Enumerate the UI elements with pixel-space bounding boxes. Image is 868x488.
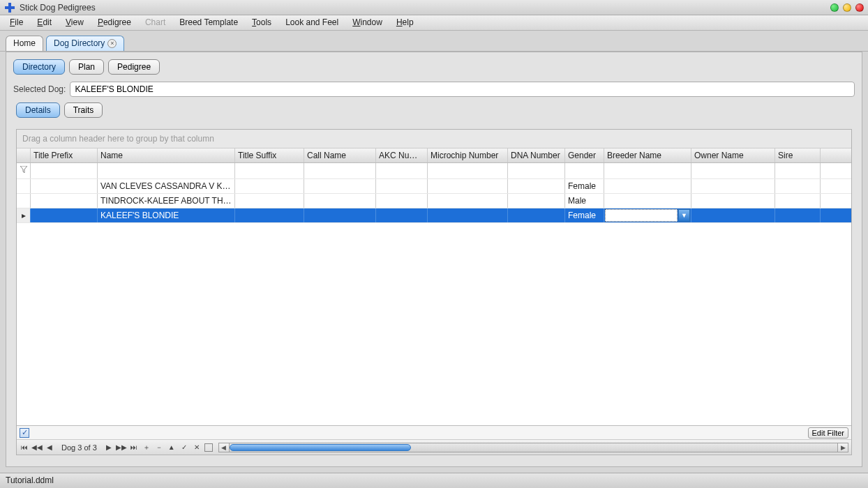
tab-home[interactable]: Home <box>6 36 43 51</box>
cell-call-name[interactable] <box>304 208 376 222</box>
cell-sire[interactable] <box>775 179 821 193</box>
tab-details[interactable]: Details <box>16 102 60 118</box>
table-row[interactable]: VAN CLEVES CASSANDRA V KALEEF Female <box>17 179 851 194</box>
filter-icon[interactable] <box>17 163 31 178</box>
cell-sire[interactable] <box>775 208 821 222</box>
cell-breeder-dropdown[interactable]: ▼ <box>604 208 691 222</box>
cell-breeder[interactable] <box>604 179 691 193</box>
menu-pedigree[interactable]: Pedigree <box>91 15 138 30</box>
filter-owner[interactable] <box>691 163 775 178</box>
scroll-right-icon[interactable]: ▶ <box>837 443 848 452</box>
next-page-icon[interactable]: ▶▶ <box>117 443 126 452</box>
column-call-name[interactable]: Call Name <box>304 148 376 162</box>
last-page-icon[interactable]: ⏭ <box>129 443 139 452</box>
cell-dna[interactable] <box>508 194 565 208</box>
cell-owner[interactable] <box>691 179 775 193</box>
cell-owner[interactable] <box>691 194 775 208</box>
cell-title-prefix[interactable] <box>31 179 98 193</box>
filter-checkbox[interactable]: ✓ <box>20 428 29 438</box>
confirm-record-icon[interactable]: ✓ <box>179 443 189 452</box>
cell-gender[interactable]: Female <box>565 208 604 222</box>
menu-window[interactable]: Window <box>345 15 389 30</box>
cell-akc[interactable] <box>376 179 428 193</box>
filter-akc[interactable] <box>376 163 428 178</box>
breeder-dropdown-input[interactable] <box>605 209 678 222</box>
filter-call-name[interactable] <box>304 163 376 178</box>
cell-microchip[interactable] <box>428 208 508 222</box>
scroll-track[interactable] <box>230 443 837 452</box>
cell-title-prefix[interactable] <box>31 208 98 222</box>
cell-owner[interactable] <box>691 208 775 222</box>
column-indicator[interactable] <box>17 148 31 162</box>
column-name[interactable]: Name <box>98 148 235 162</box>
group-by-hint[interactable]: Drag a column header here to group by th… <box>17 130 851 148</box>
chevron-down-icon[interactable]: ▼ <box>678 209 690 222</box>
menu-tools[interactable]: Tools <box>245 15 278 30</box>
column-dna-number[interactable]: DNA Number <box>508 148 565 162</box>
menu-help[interactable]: Help <box>389 15 421 30</box>
filter-sire[interactable] <box>775 163 821 178</box>
cell-name[interactable]: TINDROCK-KALEEF ABOUT THYME <box>98 194 235 208</box>
column-breeder-name[interactable]: Breeder Name <box>604 148 691 162</box>
prev-page-icon[interactable]: ◀◀ <box>32 443 42 452</box>
add-record-icon[interactable]: ＋ <box>142 443 151 452</box>
filter-row[interactable] <box>17 163 851 179</box>
tab-plan[interactable]: Plan <box>69 59 104 75</box>
cancel-record-icon[interactable]: ✕ <box>192 443 202 452</box>
cell-name[interactable]: VAN CLEVES CASSANDRA V KALEEF <box>98 179 235 193</box>
column-title-suffix[interactable]: Title Suffix <box>235 148 304 162</box>
menu-edit[interactable]: Edit <box>30 15 59 30</box>
cell-gender[interactable]: Male <box>565 194 604 208</box>
cell-title-prefix[interactable] <box>31 194 98 208</box>
filter-dna[interactable] <box>508 163 565 178</box>
edit-filter-button[interactable]: Edit Filter <box>808 427 848 439</box>
column-microchip-number[interactable]: Microchip Number <box>428 148 508 162</box>
next-record-icon[interactable]: ▶ <box>104 443 114 452</box>
column-gender[interactable]: Gender <box>565 148 604 162</box>
filter-breeder[interactable] <box>604 163 691 178</box>
cell-sire[interactable] <box>775 194 821 208</box>
minimize-icon[interactable] <box>830 3 839 12</box>
menu-view[interactable]: View <box>59 15 91 30</box>
column-owner-name[interactable]: Owner Name <box>691 148 775 162</box>
table-row-selected[interactable]: ▸ KALEEF'S BLONDIE Female ▼ <box>17 208 851 223</box>
column-sire[interactable]: Sire <box>775 148 821 162</box>
menu-file[interactable]: File <box>3 15 30 30</box>
edit-record-icon[interactable]: ▲ <box>167 443 177 452</box>
cell-title-suffix[interactable] <box>235 194 304 208</box>
menu-look-and-feel[interactable]: Look and Feel <box>278 15 345 30</box>
scroll-thumb[interactable] <box>230 444 411 451</box>
table-row[interactable]: TINDROCK-KALEEF ABOUT THYME Male <box>17 194 851 208</box>
column-title-prefix[interactable]: Title Prefix <box>31 148 98 162</box>
filter-name[interactable] <box>98 163 235 178</box>
close-tab-icon[interactable]: × <box>107 39 117 48</box>
cell-microchip[interactable] <box>428 194 508 208</box>
prev-record-icon[interactable]: ◀ <box>45 443 54 452</box>
cell-dna[interactable] <box>508 179 565 193</box>
cell-gender[interactable]: Female <box>565 179 604 193</box>
filter-microchip[interactable] <box>428 163 508 178</box>
tab-dog-directory[interactable]: Dog Directory × <box>46 36 124 51</box>
cell-breeder[interactable] <box>604 194 691 208</box>
filter-title-suffix[interactable] <box>235 163 304 178</box>
selected-dog-field[interactable]: KALEEF'S BLONDIE <box>70 82 855 97</box>
horizontal-scrollbar[interactable]: ◀ ▶ <box>218 443 848 452</box>
refresh-icon[interactable] <box>204 443 213 452</box>
cell-microchip[interactable] <box>428 179 508 193</box>
cell-name[interactable]: KALEEF'S BLONDIE <box>98 208 235 222</box>
filter-title-prefix[interactable] <box>31 163 98 178</box>
close-icon[interactable] <box>855 3 864 12</box>
cell-akc[interactable] <box>376 208 428 222</box>
filter-gender[interactable] <box>565 163 604 178</box>
remove-record-icon[interactable]: － <box>154 443 164 452</box>
cell-call-name[interactable] <box>304 179 376 193</box>
tab-directory[interactable]: Directory <box>13 59 65 75</box>
cell-call-name[interactable] <box>304 194 376 208</box>
menu-breed-template[interactable]: Breed Template <box>172 15 245 30</box>
cell-akc[interactable] <box>376 194 428 208</box>
tab-pedigree-view[interactable]: Pedigree <box>108 59 160 75</box>
first-page-icon[interactable]: ⏮ <box>20 443 29 452</box>
cell-dna[interactable] <box>508 208 565 222</box>
maximize-icon[interactable] <box>843 3 851 12</box>
cell-title-suffix[interactable] <box>235 179 304 193</box>
